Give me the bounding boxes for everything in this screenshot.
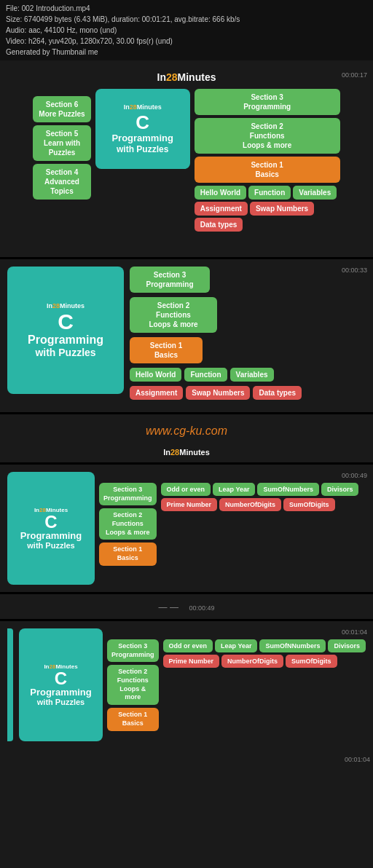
bottom-timestamp-bar: 00:01:04 bbox=[0, 749, 373, 768]
frame3-main: In28Minutes C Programming with Puzzles S… bbox=[7, 472, 366, 585]
topic-datatypes-1: Data types bbox=[195, 218, 243, 232]
video-frame-4: 00:01:04 In28Minutes C Programming with … bbox=[0, 621, 373, 749]
f2-topic-swap: Swap Numbers bbox=[186, 386, 250, 400]
timestamp-1: 00:00:17 bbox=[342, 71, 367, 79]
course-card-2: In28Minutes C Programming with Puzzles bbox=[7, 267, 124, 394]
f3-topic-sumofnum: SumOfNumbers bbox=[257, 483, 319, 496]
f2-topic-helloworld: Hello World bbox=[130, 368, 181, 382]
right-sections: Section 3Programming Section 2FunctionsL… bbox=[195, 89, 340, 183]
f4-topic-sumdigits: SumOfDigits bbox=[286, 655, 337, 668]
f3-topic-numdigits: NumberOfDigits bbox=[219, 498, 281, 511]
info-line2: Size: 6740499 bytes (6.43 MiB), duration… bbox=[6, 14, 367, 25]
f2-topic-variables: Variables bbox=[230, 368, 274, 382]
f2-topics-row1: Hello World Function Variables bbox=[130, 368, 366, 382]
f2-topic-assignment: Assignment bbox=[130, 386, 183, 400]
section-4-box: Section 4AdvancedTopics bbox=[33, 164, 90, 200]
video-frame-3: 00:00:49 In28Minutes C Programming with … bbox=[0, 465, 373, 592]
info-line1: File: 002 Introduction.mp4 bbox=[6, 3, 367, 14]
card3-c: C bbox=[44, 513, 57, 531]
right-topics: Hello World Function Variables Assignmen… bbox=[195, 186, 340, 232]
mid-indicator: — — 00:00:49 bbox=[0, 594, 373, 619]
info-bar: File: 002 Introduction.mp4 Size: 6740499… bbox=[0, 0, 373, 60]
timestamp-2: 00:00:33 bbox=[342, 267, 367, 274]
card4-programming: Programming bbox=[30, 687, 92, 698]
card3-programming: Programming bbox=[20, 531, 82, 541]
card-title-c: C bbox=[136, 112, 149, 133]
f2-section-1: Section 1Basics bbox=[130, 337, 203, 363]
section-6-box: Section 6More Puzzles bbox=[33, 96, 90, 122]
info-line5: Generated by Thumbnail me bbox=[6, 47, 367, 58]
f3-topic-row1: Odd or even Leap Year SumOfNumbers Divis… bbox=[161, 483, 359, 496]
f3-section-3: Section 3Programmming bbox=[99, 483, 157, 505]
frame2-right: Section 3Programming Section 2FunctionsL… bbox=[130, 267, 366, 400]
course-card-3: In28Minutes C Programming with Puzzles bbox=[7, 472, 95, 585]
brand-logo-1: In28Minutes bbox=[157, 71, 216, 83]
card4-c: C bbox=[55, 670, 67, 687]
frame2-main: In28Minutes C Programming with Puzzles S… bbox=[7, 267, 366, 400]
f3-topic-row2: Prime Number NumberOfDigits SumOfDigits bbox=[161, 498, 359, 511]
frame4-main: In28Minutes C Programming with Puzzles S… bbox=[7, 628, 366, 741]
f2-topic-datatypes: Data types bbox=[253, 386, 302, 400]
card-title-with-puzzles: with Puzzles bbox=[117, 144, 168, 154]
topic-helloworld-1: Hello World bbox=[195, 186, 246, 200]
f3-section-1: Section 1Basics bbox=[99, 542, 157, 565]
f4-topic-numdigits: NumberOfDigits bbox=[221, 655, 283, 668]
pause-dots: — — bbox=[159, 602, 178, 612]
f4-section-2: Section 2FunctionsLoops & more bbox=[107, 665, 159, 705]
f2-topics-row2: Assignment Swap Numbers Data types bbox=[130, 386, 366, 400]
mid-timestamp: 00:00:49 bbox=[189, 604, 214, 612]
watermark-text: www.cg-ku.com bbox=[0, 419, 373, 443]
f4-topic-oddeven: Odd or even bbox=[163, 639, 213, 652]
section-2-box-r: Section 2FunctionsLoops & more bbox=[195, 118, 340, 154]
card4-with-puzzles: with Puzzles bbox=[37, 698, 85, 706]
top-logo-area: In28Minutes bbox=[7, 71, 366, 83]
card-title-programming: Programming bbox=[111, 133, 173, 144]
f3-topic-divisors: Divisors bbox=[321, 483, 359, 496]
watermark-logo: In28Minutes bbox=[0, 445, 373, 458]
card3-with-puzzles: with Puzzles bbox=[27, 541, 74, 550]
f3-topic-leapyear: Leap Year bbox=[213, 483, 255, 496]
card2-c: C bbox=[58, 311, 74, 333]
card2-logo: In28Minutes bbox=[47, 302, 85, 309]
f4-section-1: Section 1Basics bbox=[107, 708, 159, 730]
frame3-sections: Section 3Programmming Section 2Functions… bbox=[99, 483, 157, 566]
f4-topic-row1: Odd or even Leap Year SumOfNNumbers Divi… bbox=[163, 639, 366, 652]
section-1-box-r: Section 1Basics bbox=[195, 157, 340, 183]
f2-section-2: Section 2FunctionsLoops & more bbox=[130, 297, 217, 333]
card2-with-puzzles: with Puzzles bbox=[35, 347, 95, 359]
card2-programming: Programming bbox=[28, 333, 103, 347]
left-sections: Section 6More Puzzles Section 5Learn wit… bbox=[33, 96, 90, 200]
f2-section-3: Section 3Programming bbox=[130, 267, 210, 293]
f4-topic-sumofnnum: SumOfNNumbers bbox=[259, 639, 326, 652]
topic-variables-1: Variables bbox=[293, 186, 337, 200]
watermark-section: www.cg-ku.com In28Minutes bbox=[0, 414, 373, 462]
f3-section-2: Section 2FunctionsLoops & more bbox=[99, 508, 157, 540]
f4-topic-prime: Prime Number bbox=[163, 655, 220, 668]
card-logo: In28Minutes bbox=[124, 103, 162, 111]
info-line3: Audio: aac, 44100 Hz, mono (und) bbox=[6, 25, 367, 36]
section-5-box: Section 5Learn withPuzzles bbox=[33, 125, 90, 161]
f2-topic-function: Function bbox=[184, 368, 227, 382]
bottom-timestamp: 00:01:04 bbox=[345, 756, 370, 763]
card4-edge bbox=[7, 628, 13, 741]
f4-topic-row2: Prime Number NumberOfDigits SumOfDigits bbox=[163, 655, 366, 668]
f4-topic-divisors: Divisors bbox=[328, 639, 366, 652]
topic-function-1: Function bbox=[248, 186, 291, 200]
frame3-topics: Odd or even Leap Year SumOfNumbers Divis… bbox=[161, 483, 359, 511]
info-line4: Video: h264, yuv420p, 1280x720, 30.00 fp… bbox=[6, 36, 367, 47]
f3-topic-sumdigits: SumOfDigits bbox=[283, 498, 335, 511]
frame1-main-layout: Section 6More Puzzles Section 5Learn wit… bbox=[7, 89, 366, 232]
course-card-4: In28Minutes C Programming with Puzzles bbox=[19, 628, 103, 741]
topic-assignment-1: Assignment bbox=[195, 202, 248, 216]
f4-topic-leapyear: Leap Year bbox=[215, 639, 257, 652]
f3-topic-oddeven: Odd or even bbox=[161, 483, 211, 496]
section-3-box-r: Section 3Programming bbox=[195, 89, 340, 115]
f4-section-3: Section 3Programming bbox=[107, 639, 159, 662]
f3-topic-prime: Prime Number bbox=[161, 498, 218, 511]
video-frame-2: 00:00:33 In28Minutes C Programming with … bbox=[0, 259, 373, 412]
frame4-sections: Section 3Programming Section 2FunctionsL… bbox=[107, 639, 159, 731]
video-frame-1: 00:00:17 In28Minutes Section 6More Puzzl… bbox=[0, 60, 373, 257]
topic-swapnumbers-1: Swap Numbers bbox=[250, 202, 314, 216]
timestamp-3: 00:00:49 bbox=[342, 472, 367, 479]
frame4-topics: Odd or even Leap Year SumOfNNumbers Divi… bbox=[163, 639, 366, 668]
